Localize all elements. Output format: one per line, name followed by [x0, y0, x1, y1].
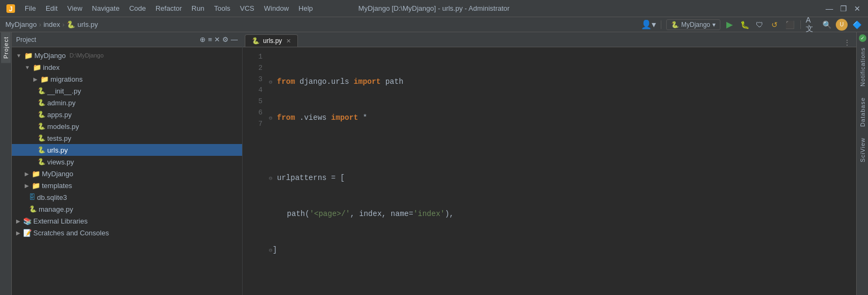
svg-text:J: J [9, 5, 13, 13]
file-icon-apps: 🐍 [38, 111, 46, 118]
tab-bar: 🐍 urls.py ✕ ⋮ [243, 32, 856, 47]
toolbar-separator-1 [661, 20, 661, 29]
tree-label-mydjango-sub: MyDjango [42, 170, 74, 178]
settings-icon[interactable]: ⚙ [222, 35, 229, 44]
menu-window[interactable]: Window [260, 3, 293, 14]
project-header: Project ⊕ ≡ ✕ ⚙ — [12, 32, 242, 47]
menu-vcs[interactable]: VCS [236, 3, 259, 14]
folder-icon-index: 📁 [33, 63, 41, 71]
code-line-2: ⊖ from .views import * [269, 112, 852, 124]
run-config-icon: 🐍 [671, 21, 679, 28]
tree-item-manage-py[interactable]: 🐍 manage.py [12, 203, 242, 215]
line-num-3: 3 [243, 74, 262, 85]
right-panel: ✓ Notifications Database SciView [856, 32, 868, 295]
tab-close-button[interactable]: ✕ [286, 38, 291, 45]
tab-more-button[interactable]: ⋮ [840, 38, 854, 47]
chevron-icon-index: ▼ [25, 64, 30, 70]
menu-help[interactable]: Help [294, 3, 317, 14]
breadcrumb-mydjango[interactable]: MyDjango [5, 20, 37, 28]
tree-item-apps-py[interactable]: 🐍 apps.py [12, 109, 242, 120]
plugin-button[interactable]: 🔷 [851, 19, 863, 31]
tree-item-db-sqlite3[interactable]: 🗄 db.sqlite3 [12, 191, 242, 203]
editor-tab-urls-py[interactable]: 🐍 urls.py ✕ [245, 34, 298, 47]
app-icon: J [5, 3, 16, 14]
menu-navigate[interactable]: Navigate [87, 3, 123, 14]
breadcrumb-urls-py[interactable]: urls.py [77, 20, 98, 28]
line-num-2: 2 [243, 63, 262, 74]
folder-icon-migrations: 📁 [40, 75, 49, 83]
run-config-label: MyDjango [681, 21, 710, 28]
menu-view[interactable]: View [63, 3, 86, 14]
file-icon-tests: 🐍 [38, 134, 46, 142]
avatar-button[interactable]: U [836, 19, 848, 31]
minimize-panel-icon[interactable]: — [231, 35, 238, 44]
code-line-1: ⊖ from django.urls import path [269, 76, 852, 88]
breadcrumb-index[interactable]: index [43, 20, 60, 28]
line-num-5: 5 [243, 96, 262, 107]
tree-item-templates[interactable]: ▶ 📁 templates [12, 179, 242, 191]
tree-item-urls-py[interactable]: 🐍 urls.py [12, 144, 242, 156]
menu-bar: File Edit View Navigate Code Refactor Ru… [20, 3, 317, 14]
tree-item-models-py[interactable]: 🐍 models.py [12, 120, 242, 132]
tree-item-scratches[interactable]: ▶ 📝 Scratches and Consoles [12, 227, 242, 239]
chevron-icon-external-libs: ▶ [16, 218, 20, 224]
line-num-4: 4 [243, 85, 262, 96]
menu-refactor[interactable]: Refactor [151, 3, 186, 14]
menu-file[interactable]: File [20, 3, 40, 14]
menu-edit[interactable]: Edit [41, 3, 62, 14]
editor-area: 🐍 urls.py ✕ ⋮ 1 2 3 4 5 6 7 ⊖ from djang… [243, 32, 856, 295]
sidebar-toggle[interactable] [2, 65, 10, 73]
sciview-tab[interactable]: SciView [858, 134, 867, 166]
stop-button[interactable]: ⬛ [784, 19, 796, 31]
close-panel-icon[interactable]: ✕ [214, 35, 220, 44]
tree-item-external-libs[interactable]: ▶ 📚 External Libraries [12, 215, 242, 227]
maximize-button[interactable]: ❐ [838, 3, 849, 14]
code-content[interactable]: ⊖ from django.urls import path ⊖ from .v… [267, 47, 856, 295]
title-bar: J File Edit View Navigate Code Refactor … [0, 0, 868, 17]
run-button[interactable]: ▶ [724, 19, 735, 31]
translate-button[interactable]: A文 [806, 19, 818, 31]
folder-icon-external-libs: 📚 [23, 217, 32, 225]
folder-icon-templates: 📁 [32, 182, 40, 190]
window-title: MyDjango [D:\MyDjango] - urls.py - Admin… [359, 4, 510, 12]
database-tab[interactable]: Database [858, 94, 867, 130]
tree-item-views-py[interactable]: 🐍 views.py [12, 156, 242, 168]
project-panel-tab[interactable]: Project [1, 32, 11, 63]
notifications-tab[interactable]: Notifications [858, 44, 867, 90]
tree-item-init-py[interactable]: 🐍 __init__.py [12, 85, 242, 97]
line-num-7: 7 [243, 119, 262, 130]
search-everywhere-button[interactable]: 🔍 [821, 19, 833, 31]
tree-label-scratches: Scratches and Consoles [33, 229, 109, 237]
user-icon[interactable]: 👤▾ [641, 19, 656, 30]
menu-code[interactable]: Code [125, 3, 150, 14]
collapse-all-icon[interactable]: ≡ [208, 35, 212, 44]
run-config-button[interactable]: 🐍 MyDjango ▾ [666, 19, 720, 30]
code-editor[interactable]: 1 2 3 4 5 6 7 ⊖ from django.urls import … [243, 47, 856, 295]
locate-file-icon[interactable]: ⊕ [200, 35, 206, 44]
breadcrumb-file-icon: 🐍 [67, 20, 75, 28]
tree-item-index[interactable]: ▼ 📁 index [12, 61, 242, 73]
tree-item-admin-py[interactable]: 🐍 admin.py [12, 97, 242, 109]
profile-button[interactable]: 🛡 [754, 19, 765, 31]
tree-label-migrations: migrations [50, 75, 83, 83]
tree-label-apps: apps.py [47, 111, 72, 119]
tree-label-manage: manage.py [39, 205, 73, 213]
file-icon-models: 🐍 [38, 123, 46, 130]
code-line-5: path('<page>/', index, name='index'), [269, 208, 852, 220]
file-icon-init: 🐍 [38, 87, 46, 95]
breadcrumb-bar: MyDjango › index › 🐍 urls.py 👤▾ 🐍 MyDjan… [0, 17, 868, 32]
menu-run[interactable]: Run [187, 3, 209, 14]
chevron-icon-root: ▼ [16, 53, 21, 59]
close-button[interactable]: ✕ [852, 3, 863, 14]
title-bar-right: — ❐ ✕ [824, 3, 863, 14]
tree-item-tests-py[interactable]: 🐍 tests.py [12, 132, 242, 144]
tree-item-mydjango-root[interactable]: ▼ 📁 MyDjango D:\MyDjango [12, 49, 242, 61]
coverage-button[interactable]: ↺ [769, 19, 781, 31]
minimize-button[interactable]: — [824, 3, 835, 14]
tree-item-migrations[interactable]: ▶ 📁 migrations [12, 73, 242, 85]
folder-icon-mydjango-sub: 📁 [32, 170, 40, 178]
run-config-chevron: ▾ [712, 21, 716, 28]
menu-tools[interactable]: Tools [210, 3, 235, 14]
tree-item-mydjango-sub[interactable]: ▶ 📁 MyDjango [12, 168, 242, 179]
debug-button[interactable]: 🐛 [739, 19, 750, 31]
